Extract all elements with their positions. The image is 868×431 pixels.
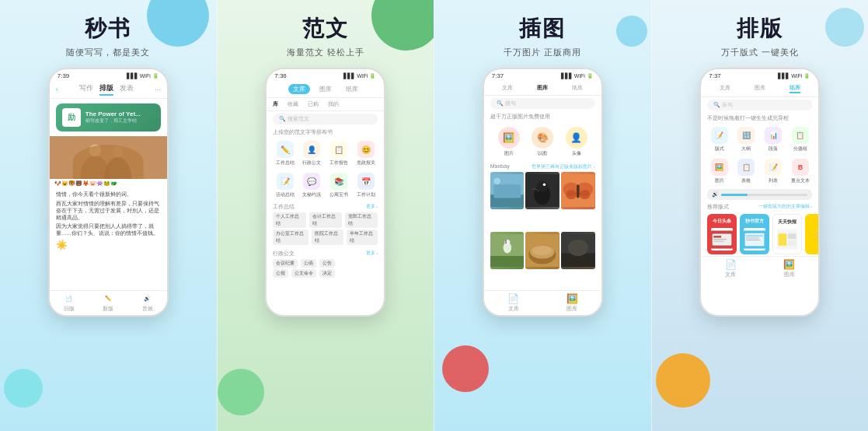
svg-rect-24 <box>505 240 507 244</box>
p4-item-table[interactable]: 📋 表格 <box>734 159 758 184</box>
phone-1: 7:39 ▋▋▋ WiFi 🔋 ‹ 写作 排版 发表 ··· 励 <box>48 68 169 317</box>
nav-label-new: 新版 <box>103 305 113 313</box>
template-jinri[interactable]: 今日头条 <box>707 214 737 254</box>
p2-tab-wenku[interactable]: 文库 <box>288 84 310 94</box>
p1-nav-tabs: 写作 排版 发表 <box>79 83 134 96</box>
svg-point-12 <box>537 181 548 192</box>
template-tianten[interactable]: 天天快报 <box>772 214 802 254</box>
p2-grid-1: ✏️ 工作总结 👤 行政公文 📋 工作报告 😊 党政报关 <box>267 138 384 170</box>
svg-point-17 <box>566 190 577 199</box>
decorative-blob-6 <box>656 353 710 408</box>
p4-nav-tuku[interactable]: 🖼️ 图库 <box>783 259 795 279</box>
p3-tab-zhiku[interactable]: 纸库 <box>572 84 583 92</box>
p4-item-image[interactable]: 🖼️ 图片 <box>707 159 731 184</box>
p3-gallery-grid <box>484 172 601 290</box>
p4-item-group[interactable]: 📋 分题组 <box>789 127 813 152</box>
p4-tab-tuku[interactable]: 图库 <box>755 84 765 93</box>
book-icon: 励 <box>62 108 81 127</box>
time-2: 7:36 <box>274 72 287 79</box>
svg-rect-35 <box>714 239 727 240</box>
section-4-subtitle: 万千版式 一键美化 <box>721 47 799 58</box>
grid-item-work-summary[interactable]: ✏️ 工作总结 <box>273 141 297 166</box>
gallery-img-1[interactable] <box>490 172 525 209</box>
p2-tab-zhiku[interactable]: 纸库 <box>341 84 363 94</box>
icon-image[interactable]: 🖼️ 图片 <box>498 127 520 157</box>
svg-rect-19 <box>577 184 579 198</box>
p3-tab-wenku[interactable]: 文库 <box>502 84 513 92</box>
p4-grid-2: 🖼️ 图片 📋 表格 📝 列表 B 重点文本 <box>701 156 818 187</box>
p2-search[interactable]: 🔍 搜索范文 <box>273 114 378 124</box>
p4-tab-wenku[interactable]: 文库 <box>720 84 730 93</box>
section-paiban: 排版 万千版式 一键美化 7:37 ▋▋▋ WiFi 🔋 文库 图库 纸库 🔍 … <box>651 0 869 431</box>
p4-item-bold-text[interactable]: B 重点文本 <box>789 159 813 184</box>
section-2-title: 范文 <box>302 14 349 44</box>
back-icon[interactable]: ‹ <box>56 86 58 93</box>
grid-item-treasure[interactable]: 📚 公寓宝书 <box>327 173 351 198</box>
svg-rect-45 <box>788 240 797 245</box>
grid-item-work-plan[interactable]: 📅 工作计划 <box>354 173 378 198</box>
p4-item-style[interactable]: 📝 版式 <box>707 127 731 152</box>
p1-chat: 情情，你今天看个很新鲜的词。 西瓦大家对情情的理解有差异，只要保持气奋在于下去，… <box>50 188 167 290</box>
gallery-img-4[interactable] <box>490 232 525 269</box>
svg-point-3 <box>89 144 101 156</box>
p2-tab-tuku[interactable]: 图库 <box>315 84 336 94</box>
grid-item-activity[interactable]: 📝 活动总结 <box>273 173 297 198</box>
gallery-img-5[interactable] <box>525 232 559 269</box>
p3-icons-row: 🖼️ 图片 🎨 以图 👤 头像 <box>484 122 601 162</box>
p3-gallery-header: Manbay 世界第三稀有正版免版权图片 › <box>484 162 601 172</box>
p3-nav-tuku[interactable]: 🖼️ 图库 <box>566 293 578 313</box>
p4-tab-zhiku[interactable]: 纸库 <box>790 84 800 93</box>
gallery-img-6[interactable] <box>561 232 595 269</box>
p4-grid-1: 📝 版式 🔢 大纲 📊 段落 📋 分题组 <box>701 124 818 156</box>
section-chatu: 插图 千万图片 正版商用 7:37 ▋▋▋ WiFi 🔋 文库 图库 纸库 🔍 … <box>434 0 651 431</box>
book-info: The Power of Yet... 细节改变了，用工主学结 <box>85 110 141 124</box>
status-bar-1: 7:39 ▋▋▋ WiFi 🔋 <box>50 69 167 81</box>
svg-point-31 <box>568 240 588 256</box>
p4-search[interactable]: 🔍 乐句 <box>707 100 812 110</box>
svg-rect-36 <box>714 240 724 241</box>
svg-rect-8 <box>493 184 521 198</box>
section-2-subtitle: 海量范文 轻松上手 <box>287 47 364 58</box>
gallery-img-2[interactable] <box>525 172 559 209</box>
p2-tabs: 文库 图库 纸库 <box>267 81 384 98</box>
icon-avatar[interactable]: 👤 头像 <box>566 127 587 157</box>
time-1: 7:39 <box>58 72 70 79</box>
p3-search[interactable]: 🔍 搜句 <box>490 98 595 109</box>
decorative-blob <box>147 0 209 47</box>
p3-tab-tuku[interactable]: 图库 <box>537 84 548 92</box>
icon-by-image[interactable]: 🎨 以图 <box>532 127 553 157</box>
template-miaoshu[interactable]: 秒书官方 <box>740 214 769 254</box>
p3-nav-wenku[interactable]: 📄 文库 <box>507 293 519 313</box>
grid-item-secretary[interactable]: 💬 文秘约况 <box>300 173 324 198</box>
chat-msg-1: 情情，你今天看个很新鲜的词。 <box>56 191 161 198</box>
p4-nav-wenku[interactable]: 📄 文库 <box>725 259 737 279</box>
p4-bottom-nav: 📄 文库 🖼️ 图库 <box>701 256 818 281</box>
p4-templates-header: 推荐版式 一键套版为您的文章编辑 › <box>701 201 818 212</box>
decorative-blob-5 <box>616 16 647 47</box>
p4-item-list[interactable]: 📝 列表 <box>762 159 786 184</box>
p4-item-outline[interactable]: 🔢 大纲 <box>734 127 758 152</box>
p1-hero-image <box>50 136 167 179</box>
p3-bottom-nav: 📄 文库 🖼️ 图库 <box>484 290 601 315</box>
p4-templates-row: 今日头条 <box>701 212 818 256</box>
grid-item-admin-doc[interactable]: 👤 行政公文 <box>300 141 324 166</box>
grid-item-party-doc[interactable]: 😊 党政报关 <box>354 141 378 166</box>
svg-point-28 <box>533 246 552 255</box>
book-card[interactable]: 励 The Power of Yet... 细节改变了，用工主学结 <box>56 103 161 131</box>
svg-point-9 <box>493 177 500 184</box>
template-extra[interactable]: ⚡ <box>805 214 818 254</box>
svg-point-13 <box>543 183 546 185</box>
svg-rect-40 <box>747 237 759 238</box>
p4-audio-bar[interactable]: 🔊 <box>707 189 812 200</box>
more-icon[interactable]: ··· <box>155 86 161 93</box>
p4-item-paragraph[interactable]: 📊 段落 <box>762 127 786 152</box>
grid-item-work-report[interactable]: 📋 工作报告 <box>327 141 351 166</box>
svg-point-1 <box>80 156 110 179</box>
gallery-img-3[interactable] <box>561 172 595 209</box>
nav-label-old: 旧版 <box>64 305 75 313</box>
p2-work-section: 工作总结 更多 › 个人工作总结 会计工作总结 党郎工作总结 办公室工作总结 医… <box>267 201 384 248</box>
svg-rect-21 <box>490 256 525 267</box>
svg-point-4 <box>113 146 124 157</box>
p3-tabs: 文库 图库 纸库 <box>484 81 601 96</box>
status-bar-2: 7:36 ▋▋▋ WiFi 🔋 <box>267 69 384 81</box>
